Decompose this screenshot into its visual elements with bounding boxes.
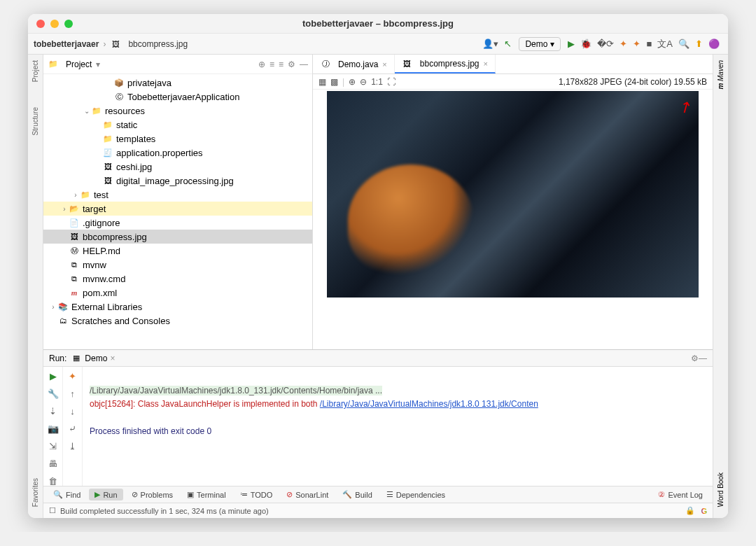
tool-terminal[interactable]: ▣Terminal	[181, 489, 232, 500]
tool-favorites[interactable]: Favorites	[30, 472, 41, 512]
rerun-icon[interactable]: ▶	[50, 371, 57, 382]
soft-wrap-icon[interactable]: ⤶	[69, 424, 76, 434]
tree-item[interactable]: ⧉mvnw	[43, 258, 312, 272]
tree-item[interactable]: 🧾application.properties	[43, 146, 312, 160]
run-panel-tab[interactable]: Demo	[85, 354, 107, 363]
project-panel-title: Project	[66, 59, 92, 69]
close-icon[interactable]: ×	[110, 354, 115, 363]
console-output[interactable]: /Library/Java/JavaVirtualMachines/jdk1.8…	[83, 367, 713, 486]
tool-project[interactable]: Project	[30, 55, 41, 88]
attach-icon[interactable]: ✦	[630, 37, 643, 50]
tree-item[interactable]: mpom.xml	[43, 286, 312, 300]
chevron-down-icon[interactable]: ▾	[96, 59, 100, 69]
tree-item[interactable]: 📦privatejava	[43, 76, 312, 90]
stop-icon[interactable]: ■	[643, 37, 654, 50]
tree-item[interactable]: 📁templates	[43, 132, 312, 146]
export-icon[interactable]: ⇲	[49, 441, 57, 451]
tree-item[interactable]: ⒸTobebetterjavaerApplication	[43, 90, 312, 104]
google-icon[interactable]: G	[701, 507, 707, 515]
tool-run[interactable]: ▶Run	[89, 489, 122, 500]
scroll-end-icon[interactable]: ⤓	[69, 441, 76, 451]
console-finish: Process finished with exit code 0	[90, 426, 211, 436]
tree-item[interactable]: ⓂHELP.md	[43, 244, 312, 258]
gear-icon[interactable]: ⚙	[288, 59, 295, 69]
user-icon[interactable]: 👤▾	[479, 37, 501, 50]
print-icon[interactable]: 🖶	[48, 458, 57, 469]
hammer-icon[interactable]: ↖	[501, 37, 514, 50]
coverage-icon[interactable]: �⟳	[594, 37, 617, 50]
editor-tab[interactable]: 🖼bbcompress.jpg×	[395, 55, 496, 74]
tool-wordbook[interactable]: Word Book	[715, 467, 726, 512]
tree-item[interactable]: 📁static	[43, 118, 312, 132]
tree-item[interactable]: ›📁test	[43, 188, 312, 202]
plugin-icon[interactable]: 🟣	[706, 37, 722, 50]
tree-item-label: application.properties	[116, 148, 203, 158]
editor-tab[interactable]: ⒿDemo.java×	[313, 55, 395, 74]
zoom-out-icon[interactable]: ⊖	[360, 77, 367, 87]
camera-icon[interactable]: 📷	[48, 424, 59, 434]
tool-build[interactable]: 🔨Build	[337, 489, 377, 500]
close-icon[interactable]: ×	[382, 60, 386, 69]
tree-item[interactable]: ›📚External Libraries	[43, 300, 312, 314]
debug-icon[interactable]: 🐞	[578, 37, 594, 50]
tree-item[interactable]: 🗂Scratches and Consoles	[43, 314, 312, 328]
down-arrow-icon[interactable]: ↓	[70, 406, 75, 416]
fit-icon[interactable]: ⛶	[387, 77, 396, 87]
wrench-icon[interactable]: 🔧	[48, 388, 59, 399]
status-text: Build completed successfully in 1 sec, 3…	[60, 507, 269, 515]
checker-icon[interactable]: ▩	[330, 77, 338, 87]
tool-sonarlint[interactable]: ⊘SonarLint	[281, 489, 334, 500]
titlebar: tobebetterjavaer – bbcompress.jpg	[28, 14, 728, 34]
tree-item-label: resources	[105, 106, 145, 116]
maven-icon: m	[69, 287, 80, 298]
target-icon[interactable]: ⊕	[258, 59, 265, 69]
expand-icon[interactable]: ≡	[270, 59, 274, 69]
lock-icon[interactable]: 🔒	[685, 506, 695, 515]
trash-icon[interactable]: 🗑	[48, 476, 57, 486]
grid-icon[interactable]: ▦	[318, 77, 326, 87]
down-icon[interactable]: ⇣	[49, 406, 57, 416]
gear-icon[interactable]: ⚙	[691, 354, 699, 363]
breadcrumb-project[interactable]: tobebetterjavaer	[34, 39, 99, 49]
tool-structure[interactable]: Structure	[30, 102, 41, 141]
zoom-ratio[interactable]: 1:1	[371, 77, 383, 87]
close-icon[interactable]: ×	[484, 59, 488, 68]
project-tree[interactable]: 📦privatejavaⒸTobebetterjavaerApplication…	[43, 74, 312, 349]
image-viewer[interactable]: ↗	[313, 90, 713, 349]
status-icon[interactable]: ☐	[49, 506, 56, 515]
run-panel-header: Run: ▦ Demo × ⚙ —	[43, 350, 713, 367]
tool-todo[interactable]: ≔TODO	[234, 489, 279, 500]
tree-item-label: bbcompress.jpg	[83, 232, 147, 242]
img-icon: 🖼	[69, 231, 80, 242]
folder-orange-icon: 📂	[69, 203, 80, 214]
collapse-icon[interactable]: ≡	[279, 59, 284, 69]
profile-icon[interactable]: ✦	[617, 37, 630, 50]
stop-process-icon[interactable]: ✦	[69, 371, 76, 382]
todo-icon: ≔	[240, 490, 248, 499]
breadcrumb[interactable]: tobebetterjavaer › 🖼 bbcompress.jpg	[34, 38, 188, 50]
breadcrumb-file[interactable]: bbcompress.jpg	[128, 39, 188, 49]
ide-update-icon[interactable]: ⬆	[692, 37, 706, 50]
tool-find[interactable]: 🔍Find	[48, 489, 86, 500]
tree-item[interactable]: 🖼digital_image_processing.jpg	[43, 174, 312, 188]
tool-maven[interactable]: m Maven	[715, 55, 726, 94]
tool-dependencies[interactable]: ☰Dependencies	[381, 489, 451, 500]
tree-item[interactable]: 📄.gitignore	[43, 216, 312, 230]
translate-icon[interactable]: 文A	[654, 36, 676, 52]
tree-item[interactable]: 🖼ceshi.jpg	[43, 160, 312, 174]
console-error-link[interactable]: /Library/Java/JavaVirtualMachines/jdk1.8…	[320, 399, 538, 409]
tree-item[interactable]: ⧉mvnw.cmd	[43, 272, 312, 286]
tool-eventlog[interactable]: ②Event Log	[652, 489, 708, 500]
tool-problems[interactable]: ⊘Problems	[126, 489, 178, 500]
tree-item[interactable]: 🖼bbcompress.jpg	[43, 230, 312, 244]
tree-item[interactable]: ⌄📁resources	[43, 104, 312, 118]
folder-gray-icon: 📁	[102, 119, 113, 130]
tree-item[interactable]: ›📂target	[43, 202, 312, 216]
zoom-in-icon[interactable]: ⊕	[349, 77, 356, 87]
run-config-selector[interactable]: Demo ▾	[519, 37, 561, 51]
run-icon[interactable]: ▶	[565, 37, 578, 50]
up-arrow-icon[interactable]: ↑	[70, 388, 75, 399]
hide-icon[interactable]: —	[300, 59, 308, 69]
search-icon[interactable]: 🔍	[676, 37, 692, 50]
hide-icon[interactable]: —	[699, 354, 707, 363]
